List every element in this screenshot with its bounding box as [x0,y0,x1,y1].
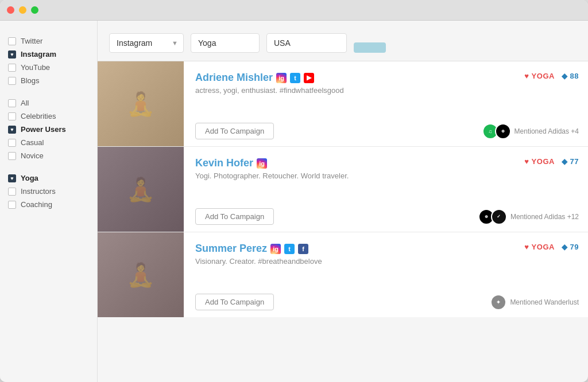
card-scores: ♥ YOGA ◆ 79 [524,243,579,251]
card-bottom: Add To Campaign ♫⊕ Mentioned Adidas +4 [195,123,579,139]
adidas-brand-icon: ⊕ [495,123,511,139]
search-bar: Instagram Twitter YouTube Blogs ▼ [98,21,588,61]
sidebar-label-coaching: Coaching [21,200,52,209]
twitter-icon[interactable]: t [290,73,300,83]
sidebar-label-instructors: Instructors [21,187,56,196]
diamond-icon: ◆ [562,243,568,251]
search-button[interactable] [354,42,386,53]
card-bottom: Add To Campaign ⊕✓ Mentioned Adidas +12 [195,208,579,225]
diamond-icon: ◆ [562,157,568,166]
card-scores: ♥ YOGA ◆ 88 [524,72,579,80]
influencer-name[interactable]: Adriene Mishler [195,72,273,84]
add-to-campaign-button[interactable]: Add To Campaign [195,294,274,310]
card-body: Kevin Hofer ig Yogi. Photographer. Retou… [184,147,588,232]
checkbox-coaching[interactable] [8,201,16,209]
network-select[interactable]: Instagram Twitter YouTube Blogs [109,33,184,53]
sidebar-item-youtube[interactable]: YouTube [7,61,90,74]
influencer-bio: Yogi. Photographer. Retoucher. World tra… [195,171,524,180]
skill-score: ♥ YOGA [524,243,555,251]
results-area: 🧘 Adriene Mishler igt▶ actress, yogi, en… [98,61,588,382]
sidebar-item-casual[interactable]: Casual [7,136,90,149]
checkbox-youtube[interactable] [8,64,16,72]
checkbox-all[interactable] [8,99,16,107]
app-window: Twitter Instagram YouTube Blogs All Cele… [0,0,588,382]
influence-score: ◆ 77 [562,157,579,166]
influencer-photo: 🧘 [98,232,184,317]
location-field-group [266,31,347,53]
sidebar-label-casual: Casual [21,138,44,147]
checkbox-instructors[interactable] [8,188,16,196]
sidebar-item-novice[interactable]: Novice [7,149,90,162]
card-name-row: Adriene Mishler igt▶ [195,72,524,84]
sidebar-label-novice: Novice [21,151,44,160]
sidebar-label-yoga: Yoga [21,174,38,182]
card-bottom: Add To Campaign ✦ Mentioned Wanderlust [195,294,579,310]
brand-icons: ♫⊕ [482,123,511,139]
twitter-icon[interactable]: t [284,244,295,254]
card-body: Adriene Mishler igt▶ actress, yogi, enth… [184,61,588,146]
card-top: Summer Perez igtf Visionary. Creator. #b… [195,243,579,266]
sidebar-item-yoga[interactable]: Yoga [7,171,90,185]
instagram-icon[interactable]: ig [276,73,287,83]
close-button[interactable] [7,6,14,14]
sidebar-label-celebrities: Celebrities [21,112,56,120]
titlebar [0,0,588,21]
sidebar-item-twitter[interactable]: Twitter [7,34,90,48]
brand-icons: ✦ [490,294,506,310]
influencer-photo: 🧘 [98,61,184,146]
main-area: Instagram Twitter YouTube Blogs ▼ [98,21,588,382]
influence-score: ◆ 79 [562,243,579,251]
minimize-button[interactable] [19,6,26,14]
score-number: 88 [570,72,579,80]
sidebar-item-blogs[interactable]: Blogs [7,74,90,87]
skill-score: ♥ YOGA [524,157,555,166]
nike-brand-icon: ✓ [491,209,507,225]
checkbox-blogs[interactable] [8,77,16,85]
mentioned-text: Mentioned Wanderlust [510,298,579,306]
sidebar: Twitter Instagram YouTube Blogs All Cele… [0,21,98,382]
add-to-campaign-button[interactable]: Add To Campaign [195,208,274,225]
skill-label: YOGA [532,243,555,251]
add-to-campaign-button[interactable]: Add To Campaign [195,123,274,139]
checkbox-power-users[interactable] [8,126,16,134]
skill-score: ♥ YOGA [524,72,555,80]
wanderlust-brand-icon: ✦ [490,294,506,310]
app-body: Twitter Instagram YouTube Blogs All Cele… [0,21,588,382]
influencer-name[interactable]: Kevin Hofer [195,157,253,169]
card-top: Adriene Mishler igt▶ actress, yogi, enth… [195,72,579,95]
checkbox-novice[interactable] [8,152,16,160]
sidebar-item-coaching[interactable]: Coaching [7,198,90,211]
sidebar-item-celebrities[interactable]: Celebrities [7,110,90,123]
card-info: Summer Perez igtf Visionary. Creator. #b… [195,243,524,266]
checkbox-instagram[interactable] [8,50,16,59]
card-info: Kevin Hofer ig Yogi. Photographer. Retou… [195,157,524,180]
instagram-icon[interactable]: ig [257,158,267,169]
sidebar-label-youtube: YouTube [21,63,50,72]
heart-icon: ♥ [524,72,529,80]
network-field-group: Instagram Twitter YouTube Blogs ▼ [109,31,184,53]
score-number: 79 [570,243,579,251]
facebook-icon[interactable]: f [298,244,308,254]
mentioned-area: ⊕✓ Mentioned Adidas +12 [478,209,579,225]
checkbox-yoga[interactable] [8,174,16,182]
skill-label: YOGA [532,72,555,80]
skill-field-group [191,31,260,53]
checkbox-celebrities[interactable] [8,112,16,120]
sidebar-item-instructors[interactable]: Instructors [7,185,90,198]
location-input[interactable] [266,33,347,53]
sidebar-item-instagram[interactable]: Instagram [7,48,90,61]
mentioned-text: Mentioned Adidas +12 [510,213,579,221]
youtube-icon[interactable]: ▶ [304,73,314,83]
instagram-icon[interactable]: ig [270,244,281,254]
sidebar-item-power-users[interactable]: Power Users [7,123,90,136]
checkbox-casual[interactable] [8,139,16,147]
influencer-card: 🧘 Summer Perez igtf Visionary. Creator. … [98,232,588,317]
skill-input[interactable] [191,33,260,53]
brand-icons: ⊕✓ [478,209,507,225]
checkbox-twitter[interactable] [8,37,16,45]
sidebar-label-instagram: Instagram [21,50,56,59]
maximize-button[interactable] [31,6,38,14]
sidebar-label-all: All [21,99,29,107]
sidebar-item-all[interactable]: All [7,96,90,110]
influencer-name[interactable]: Summer Perez [195,243,267,255]
